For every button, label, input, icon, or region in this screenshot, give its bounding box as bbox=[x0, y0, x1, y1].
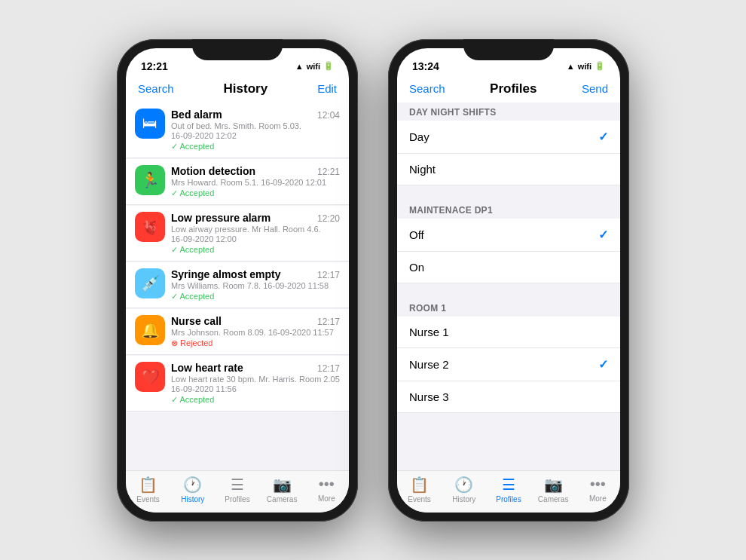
nav-bar-1: Search History Edit bbox=[126, 78, 349, 103]
search-button-2[interactable]: Search bbox=[409, 82, 445, 95]
cameras-icon-1: 📷 bbox=[273, 476, 292, 494]
notch-2 bbox=[463, 39, 554, 60]
history-item-heart[interactable]: ❤️ Low heart rate 12:17 Low heart rate 3… bbox=[126, 356, 349, 412]
motion-icon: 🏃 bbox=[135, 165, 165, 195]
bed-alarm-title: Bed alarm bbox=[171, 109, 222, 121]
nav-bar-2: Search Profiles Send bbox=[397, 78, 620, 103]
profiles-list: Day Night Shifts Day ✓ Night Maintenace … bbox=[397, 103, 620, 470]
cameras-icon-2: 📷 bbox=[544, 476, 563, 494]
bed-alarm-desc: Out of bed. Mrs. Smith. Room 5.03. bbox=[171, 121, 340, 130]
tab-profiles-2[interactable]: ☰ Profiles bbox=[490, 476, 527, 503]
heart-content: Low heart rate 12:17 Low heart rate 30 b… bbox=[171, 362, 340, 405]
section-header-maintenance: Maintenace DP1 bbox=[397, 200, 620, 219]
nurse-call-icon: 🔔 bbox=[135, 315, 165, 345]
screen-1: 12:21 ▲ wifi 🔋 Search History Edit 🛏 bbox=[126, 48, 349, 513]
send-button-2[interactable]: Send bbox=[582, 82, 608, 95]
profile-night-label: Night bbox=[409, 163, 436, 176]
profile-on[interactable]: On bbox=[397, 252, 620, 283]
events-icon-2: 📋 bbox=[410, 476, 429, 494]
profile-on-label: On bbox=[409, 261, 424, 274]
profile-nurse2[interactable]: Nurse 2 ✓ bbox=[397, 348, 620, 381]
tab-more-1[interactable]: ••• More bbox=[307, 476, 345, 503]
syringe-title: Syringe almost empty bbox=[171, 268, 281, 280]
profiles-icon-2: ☰ bbox=[502, 476, 515, 494]
heart-time: 12:17 bbox=[317, 363, 340, 374]
tab-history-label-1: History bbox=[181, 495, 204, 503]
pressure-content: Low pressure alarm 12:20 Low airway pres… bbox=[171, 212, 340, 255]
search-button-1[interactable]: Search bbox=[138, 82, 174, 95]
section-header-day-night: Day Night Shifts bbox=[397, 103, 620, 121]
pressure-time: 12:20 bbox=[317, 213, 340, 224]
signal-icon-2: ▲ bbox=[567, 62, 575, 71]
tab-history-1[interactable]: 🕐 History bbox=[174, 476, 212, 503]
tab-profiles-1[interactable]: ☰ Profiles bbox=[219, 476, 256, 503]
tab-bar-1: 📋 Events 🕐 History ☰ Profiles 📷 Cameras … bbox=[126, 470, 349, 513]
history-item-nurse-call[interactable]: 🔔 Nurse call 12:17 Mrs Johnson. Room 8.0… bbox=[126, 309, 349, 355]
phone-1: 12:21 ▲ wifi 🔋 Search History Edit 🛏 bbox=[117, 39, 358, 522]
tab-cameras-2[interactable]: 📷 Cameras bbox=[534, 476, 572, 503]
nurse-call-content: Nurse call 12:17 Mrs Johnson. Room 8.09.… bbox=[171, 315, 340, 348]
history-icon-1: 🕐 bbox=[183, 476, 202, 494]
history-item-motion[interactable]: 🏃 Motion detection 12:21 Mrs Howard. Roo… bbox=[126, 159, 349, 205]
heart-desc2: 16-09-2020 11:56 bbox=[171, 384, 340, 393]
notch-1 bbox=[192, 39, 283, 60]
profile-day[interactable]: Day ✓ bbox=[397, 121, 620, 154]
history-icon-2: 🕐 bbox=[454, 476, 473, 494]
nurse-call-desc: Mrs Johnson. Room 8.09. 16-09-2020 11:57 bbox=[171, 328, 340, 337]
screen-2: 13:24 ▲ wifi 🔋 Search Profiles Send Day … bbox=[397, 48, 620, 513]
syringe-desc: Mrs Williams. Room 7.8. 16-09-2020 11:58 bbox=[171, 281, 340, 290]
status-icons-1: ▲ wifi 🔋 bbox=[295, 61, 334, 71]
status-time-2: 13:24 bbox=[412, 60, 439, 72]
history-item-syringe[interactable]: 💉 Syringe almost empty 12:17 Mrs William… bbox=[126, 262, 349, 308]
tab-history-2[interactable]: 🕐 History bbox=[445, 476, 483, 503]
events-icon-1: 📋 bbox=[139, 476, 157, 494]
tab-profiles-label-2: Profiles bbox=[496, 495, 521, 503]
nurse-call-time: 12:17 bbox=[317, 317, 340, 327]
section-gap-1 bbox=[397, 185, 620, 200]
edit-button-1[interactable]: Edit bbox=[317, 82, 337, 95]
nurse-call-title: Nurse call bbox=[171, 315, 222, 327]
profile-off-label: Off bbox=[409, 228, 424, 241]
profile-nurse1[interactable]: Nurse 1 bbox=[397, 317, 620, 348]
status-icons-2: ▲ wifi 🔋 bbox=[567, 61, 605, 71]
heart-desc: Low heart rate 30 bpm. Mr. Harris. Room … bbox=[171, 375, 340, 384]
profile-off-check: ✓ bbox=[598, 228, 608, 242]
battery-icon: 🔋 bbox=[323, 61, 334, 71]
tab-cameras-1[interactable]: 📷 Cameras bbox=[263, 476, 301, 503]
pressure-status: ✓ Accepted bbox=[171, 245, 340, 255]
wifi-icon-2: wifi bbox=[578, 62, 592, 71]
tab-history-label-2: History bbox=[452, 495, 475, 503]
status-time-1: 12:21 bbox=[141, 60, 168, 72]
syringe-content: Syringe almost empty 12:17 Mrs Williams.… bbox=[171, 268, 340, 301]
tab-events-1[interactable]: 📋 Events bbox=[130, 476, 167, 503]
motion-time: 12:21 bbox=[317, 167, 340, 177]
profile-nurse2-label: Nurse 2 bbox=[409, 358, 449, 371]
bed-alarm-desc2: 16-09-2020 12:02 bbox=[171, 131, 340, 140]
bed-alarm-time: 12:04 bbox=[317, 110, 340, 121]
tab-bar-2: 📋 Events 🕐 History ☰ Profiles 📷 Cameras … bbox=[397, 470, 620, 513]
wifi-icon: wifi bbox=[307, 62, 320, 71]
page-title-1: History bbox=[224, 81, 268, 96]
profile-nurse3[interactable]: Nurse 3 bbox=[397, 381, 620, 413]
history-item-pressure[interactable]: 🫀 Low pressure alarm 12:20 Low airway pr… bbox=[126, 206, 349, 262]
bed-alarm-status: ✓ Accepted bbox=[171, 142, 340, 151]
profile-off[interactable]: Off ✓ bbox=[397, 219, 620, 252]
history-item-bed-alarm[interactable]: 🛏 Bed alarm 12:04 Out of bed. Mrs. Smith… bbox=[126, 103, 349, 158]
pressure-icon: 🫀 bbox=[135, 212, 165, 242]
profile-day-label: Day bbox=[409, 130, 430, 143]
profile-night[interactable]: Night bbox=[397, 154, 620, 185]
more-icon-2: ••• bbox=[590, 476, 606, 493]
pressure-title: Low pressure alarm bbox=[171, 212, 271, 224]
phones-container: 12:21 ▲ wifi 🔋 Search History Edit 🛏 bbox=[117, 39, 629, 522]
tab-more-label-1: More bbox=[318, 494, 335, 503]
profile-day-check: ✓ bbox=[598, 130, 608, 144]
tab-more-2[interactable]: ••• More bbox=[579, 476, 616, 503]
section-header-room1: Room 1 bbox=[397, 298, 620, 317]
tab-profiles-label-1: Profiles bbox=[225, 495, 249, 503]
tab-events-2[interactable]: 📋 Events bbox=[401, 476, 439, 503]
more-icon-1: ••• bbox=[319, 476, 335, 493]
motion-title: Motion detection bbox=[171, 165, 255, 177]
bed-alarm-content: Bed alarm 12:04 Out of bed. Mrs. Smith. … bbox=[171, 109, 340, 151]
profiles-icon-1: ☰ bbox=[231, 476, 244, 494]
tab-events-label-2: Events bbox=[408, 495, 431, 503]
